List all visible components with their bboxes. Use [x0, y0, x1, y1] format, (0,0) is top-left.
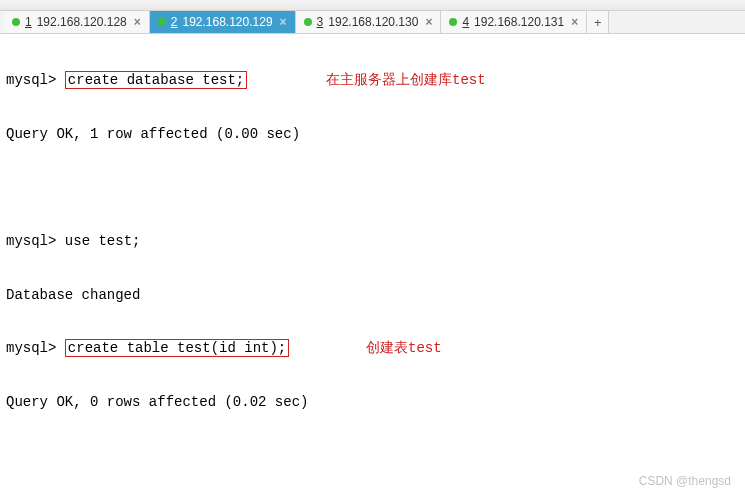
mysql-prompt: mysql> [6, 72, 56, 88]
toolbar-strip [0, 0, 745, 11]
output-line: Query OK, 0 rows affected (0.02 sec) [6, 394, 739, 412]
tab-number: 4 [462, 15, 469, 29]
output-line: Query OK, 1 row affected (0.00 sec) [6, 126, 739, 144]
terminal[interactable]: mysql> create database test;在主服务器上创建库tes… [0, 34, 745, 500]
blank-line [6, 448, 739, 466]
tab-bar: 1 192.168.120.128 × 2 192.168.120.129 × … [0, 11, 745, 34]
tab-1[interactable]: 1 192.168.120.128 × [4, 11, 150, 33]
tab-label: 192.168.120.129 [182, 15, 272, 29]
close-icon[interactable]: × [280, 15, 287, 29]
tab-label: 192.168.120.131 [474, 15, 564, 29]
close-icon[interactable]: × [134, 15, 141, 29]
blank-line [6, 179, 739, 197]
annotation: 创建表test [366, 340, 442, 358]
tab-number: 3 [317, 15, 324, 29]
watermark: CSDN @thengsd [639, 474, 731, 488]
cmd-line: mysql> create table test(id int);创建表test [6, 340, 739, 358]
status-dot-icon [12, 18, 20, 26]
status-dot-icon [449, 18, 457, 26]
status-dot-icon [304, 18, 312, 26]
cmd-line: mysql> create database test;在主服务器上创建库tes… [6, 72, 739, 90]
add-tab-button[interactable]: + [587, 11, 609, 33]
tab-label: 192.168.120.128 [37, 15, 127, 29]
command-text: use test; [65, 233, 141, 249]
tab-label: 192.168.120.130 [328, 15, 418, 29]
tab-number: 1 [25, 15, 32, 29]
tab-3[interactable]: 3 192.168.120.130 × [296, 11, 442, 33]
output-line: Database changed [6, 287, 739, 305]
boxed-command: create database test; [65, 71, 247, 89]
cmd-line: mysql> use test; [6, 233, 739, 251]
close-icon[interactable]: × [571, 15, 578, 29]
annotation: 在主服务器上创建库test [326, 72, 486, 90]
boxed-command: create table test(id int); [65, 339, 289, 357]
status-dot-icon [158, 18, 166, 26]
tab-2[interactable]: 2 192.168.120.129 × [150, 11, 296, 33]
tab-number: 2 [171, 15, 178, 29]
tab-4[interactable]: 4 192.168.120.131 × [441, 11, 587, 33]
close-icon[interactable]: × [425, 15, 432, 29]
